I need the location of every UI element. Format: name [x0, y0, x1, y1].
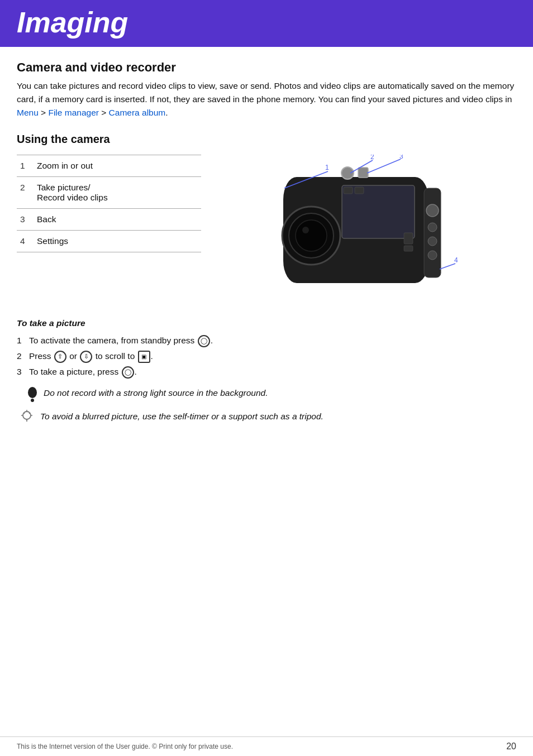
svg-point-9	[426, 204, 439, 217]
camera-features-table: 1 Zoom in or out 2 Take pictures/Record …	[17, 155, 201, 252]
svg-rect-7	[358, 168, 368, 178]
intro-end: .	[165, 108, 168, 117]
feature-row-4: 4 Settings	[17, 231, 201, 252]
page-footer: This is the Internet version of the User…	[0, 736, 533, 756]
feature-num-2: 2	[17, 177, 34, 209]
svg-point-11	[428, 237, 437, 246]
svg-line-17	[367, 159, 401, 173]
step-2: 2 Press ⇧ or ⇩ to scroll to ▣.	[17, 350, 516, 363]
svg-point-10	[428, 223, 437, 232]
warning-note: Do not record with a strong light source…	[27, 386, 516, 402]
page-number: 20	[506, 741, 516, 752]
feature-label-3: Back	[34, 209, 201, 231]
warning-icon	[27, 386, 38, 402]
step-num-1: 1	[17, 334, 25, 347]
svg-point-5	[302, 227, 309, 233]
feature-row-2: 2 Take pictures/Record video clips	[17, 177, 201, 209]
nav-down-icon: ⇩	[80, 351, 92, 363]
step-text-1: To activate the camera, from standby pre…	[29, 334, 213, 347]
step-text-3: To take a picture, press ◯.	[29, 365, 137, 379]
footer-text: This is the Internet version of the User…	[17, 743, 233, 750]
step-num-3: 3	[17, 365, 25, 379]
svg-text:3: 3	[399, 155, 403, 160]
instructions-section: To take a picture 1 To activate the came…	[17, 318, 516, 425]
step-num-2: 2	[17, 350, 25, 363]
step-1: 1 To activate the camera, from standby p…	[17, 334, 516, 347]
tip-note: To avoid a blurred picture, use the self…	[19, 410, 516, 425]
camera-button-icon: ◯	[198, 335, 210, 347]
svg-rect-21	[344, 187, 353, 194]
svg-line-19	[440, 264, 455, 269]
file-manager-link[interactable]: File manager	[48, 108, 98, 117]
menu-link[interactable]: Menu	[17, 108, 39, 117]
feature-num-3: 3	[17, 209, 34, 231]
camera-video-title: Camera and video recorder	[17, 60, 516, 75]
tip-text: To avoid a blurred picture, use the self…	[40, 410, 323, 423]
feature-label-2: Take pictures/Record video clips	[34, 177, 201, 209]
feature-row-3: 3 Back	[17, 209, 201, 231]
svg-text:4: 4	[454, 256, 458, 264]
svg-text:1: 1	[325, 164, 329, 171]
feature-row-1: 1 Zoom in or out	[17, 155, 201, 177]
tip-icon	[19, 410, 35, 425]
camera-illustration: 1 2 3 4	[261, 155, 468, 303]
svg-point-26	[31, 399, 34, 402]
svg-point-25	[28, 387, 37, 398]
to-take-picture-title: To take a picture	[17, 318, 516, 328]
svg-rect-23	[404, 233, 413, 244]
warning-text: Do not record with a strong light source…	[44, 386, 268, 399]
feature-label-4: Settings	[34, 231, 201, 252]
step-3: 3 To take a picture, press ◯.	[17, 365, 516, 379]
camera-image-area: 1 2 3 4	[212, 155, 516, 303]
svg-point-4	[296, 220, 327, 251]
intro-paragraph: You can take pictures and record video c…	[17, 79, 516, 119]
camera-video-section: Camera and video recorder You can take p…	[17, 60, 516, 119]
step-text-2: Press ⇧ or ⇩ to scroll to ▣.	[29, 350, 153, 363]
page-title: Imaging	[17, 6, 516, 39]
using-camera-title: Using the camera	[17, 133, 516, 146]
feature-label-1: Zoom in or out	[34, 155, 201, 177]
page-header: Imaging	[0, 0, 533, 47]
features-list: 1 Zoom in or out 2 Take pictures/Record …	[17, 155, 201, 252]
svg-rect-1	[342, 185, 415, 238]
svg-rect-8	[424, 188, 441, 277]
feature-num-4: 4	[17, 231, 34, 252]
svg-point-12	[428, 251, 437, 260]
svg-rect-22	[355, 187, 364, 194]
svg-text:2: 2	[370, 155, 374, 161]
steps-list: 1 To activate the camera, from standby p…	[17, 334, 516, 379]
using-camera-section: Using the camera 1 Zoom in or out 2 Take…	[17, 133, 516, 303]
svg-point-6	[341, 167, 354, 179]
camera-mode-icon: ▣	[138, 351, 150, 363]
sep2: >	[99, 108, 109, 117]
feature-num-1: 1	[17, 155, 34, 177]
svg-rect-24	[404, 246, 413, 251]
nav-up-icon: ⇧	[54, 351, 66, 363]
shutter-icon: ◯	[122, 366, 134, 379]
sep1: >	[39, 108, 49, 117]
camera-album-link[interactable]: Camera album	[109, 108, 166, 117]
main-content: Camera and video recorder You can take p…	[0, 60, 533, 425]
intro-text: You can take pictures and record video c…	[17, 81, 514, 104]
camera-diagram-section: 1 Zoom in or out 2 Take pictures/Record …	[17, 155, 516, 303]
